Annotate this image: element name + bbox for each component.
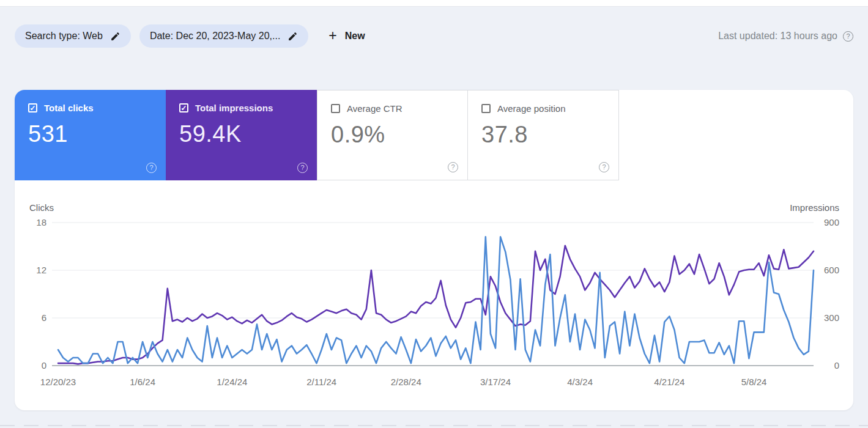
y-axis-tick-clicks: 18	[15, 217, 46, 227]
date-filter-chip[interactable]: Date: Dec 20, 2023-May 20,...	[139, 24, 308, 48]
average-position-checkbox[interactable]	[481, 104, 491, 113]
total-impressions-checkbox[interactable]: ✓	[179, 103, 188, 113]
y-axis-tick-impressions: 600	[824, 265, 839, 275]
metric-value: 37.8	[481, 122, 605, 148]
x-axis-tick-date: 2/11/24	[306, 377, 336, 387]
metric-value: 531	[28, 121, 152, 147]
x-axis-tick-date: 12/20/23	[40, 377, 76, 387]
help-icon[interactable]: ?	[146, 163, 157, 173]
chart-plot-area	[52, 223, 814, 366]
help-icon[interactable]: ?	[843, 31, 853, 42]
help-icon[interactable]: ?	[297, 163, 308, 173]
new-filter-button[interactable]: + New	[325, 29, 368, 43]
help-icon[interactable]: ?	[448, 162, 458, 172]
x-axis-tick-date: 4/3/24	[567, 377, 593, 387]
new-button-label: New	[345, 31, 365, 42]
performance-chart: Clicks Impressions 189001260063000012/20…	[15, 180, 853, 410]
metric-cards-row: ✓ Total clicks 531 ? ✓ Total impressions…	[15, 90, 853, 180]
y-axis-tick-clicks: 0	[15, 360, 46, 371]
last-updated-status: Last updated: 13 hours ago ?	[718, 31, 853, 42]
search-type-filter-chip[interactable]: Search type: Web	[15, 24, 131, 48]
y-axis-tick-impressions: 300	[824, 312, 839, 323]
x-axis-tick-date: 2/28/24	[391, 377, 421, 387]
total-impressions-card[interactable]: ✓ Total impressions 59.4K ?	[166, 90, 317, 180]
right-axis-label: Impressions	[790, 202, 839, 213]
x-axis-tick-date: 4/21/24	[654, 377, 684, 387]
performance-panel: ✓ Total clicks 531 ? ✓ Total impressions…	[15, 90, 853, 410]
date-chip-label: Date: Dec 20, 2023-May 20,...	[150, 31, 280, 42]
metric-label: Total clicks	[44, 103, 94, 113]
edit-pencil-icon[interactable]	[287, 31, 298, 42]
metric-label: Total impressions	[195, 103, 273, 113]
impressions-line	[58, 246, 814, 364]
search-type-chip-label: Search type: Web	[25, 31, 103, 42]
left-axis-label: Clicks	[29, 202, 54, 213]
x-axis-tick-date: 1/24/24	[217, 377, 247, 387]
total-clicks-card[interactable]: ✓ Total clicks 531 ?	[15, 90, 166, 180]
edit-pencil-icon[interactable]	[110, 31, 121, 42]
y-axis-tick-impressions: 900	[824, 217, 839, 227]
x-axis-tick-date: 3/17/24	[480, 377, 511, 387]
metric-value: 59.4K	[179, 121, 303, 147]
metric-value: 0.9%	[331, 122, 454, 148]
last-updated-text: Last updated: 13 hours ago	[718, 31, 837, 42]
plus-icon: +	[328, 29, 336, 43]
total-clicks-checkbox[interactable]: ✓	[28, 103, 37, 113]
y-axis-tick-clicks: 12	[15, 265, 46, 275]
metric-label: Average CTR	[347, 103, 402, 114]
next-section-edge	[0, 425, 868, 426]
help-icon[interactable]: ?	[599, 162, 609, 172]
average-ctr-checkbox[interactable]	[331, 104, 340, 113]
x-axis-tick-date: 1/6/24	[130, 377, 155, 387]
metric-label: Average position	[497, 103, 565, 114]
top-divider	[0, 0, 868, 7]
average-position-card[interactable]: Average position 37.8 ?	[468, 90, 619, 180]
filter-bar: Search type: Web Date: Dec 20, 2023-May …	[15, 24, 853, 48]
average-ctr-card[interactable]: Average CTR 0.9% ?	[317, 90, 468, 180]
y-axis-tick-clicks: 6	[15, 312, 46, 323]
y-axis-tick-impressions: 0	[834, 360, 839, 371]
x-axis-tick-date: 5/8/24	[741, 377, 767, 387]
